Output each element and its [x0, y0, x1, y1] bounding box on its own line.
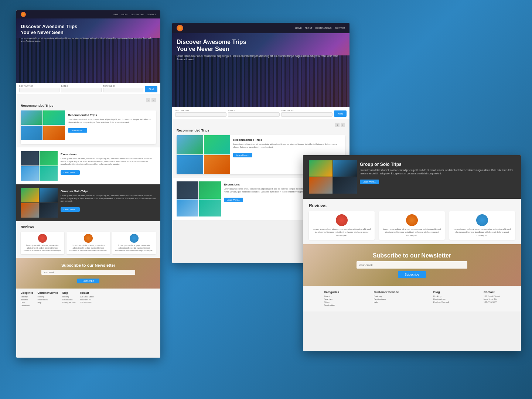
small-nav: HOME ABOUT DESTINATIONS CONTACT: [16, 10, 160, 18]
small-dates-input[interactable]: [61, 88, 101, 92]
large-review-1: Lorem ipsum dolor at amet, consectetur a…: [309, 211, 375, 240]
small-nav-links: HOME ABOUT DESTINATIONS CONTACT: [113, 13, 156, 16]
small-travelers-input[interactable]: [103, 88, 143, 92]
med-rec-learn-more[interactable]: Learn More...: [233, 153, 252, 157]
small-grp-img-3: [21, 203, 39, 218]
med-nav: HOME ABOUT DESTINATIONS CONTACT: [172, 23, 349, 33]
med-recommended-title: Recommended Trips: [177, 129, 345, 132]
small-exc-learn-more[interactable]: Learn More...: [61, 170, 80, 175]
med-dates-input[interactable]: [228, 112, 279, 117]
small-nav-home[interactable]: HOME: [113, 13, 118, 16]
small-hero: Discover Awesome Trips You've Never Seen…: [16, 18, 160, 83]
large-footer-blog: Blog Booking Destinations Finding Yourse…: [433, 290, 449, 307]
med-nav-about[interactable]: ABOUT: [305, 27, 313, 29]
small-footer-service: Customer Service Booking Destinations He…: [38, 291, 58, 307]
small-exc-img-1: [21, 151, 39, 166]
small-grp-learn-more[interactable]: Learn More...: [61, 207, 80, 212]
large-reviews: Reviews Lorem ipsum dolor at amet, conse…: [303, 199, 521, 244]
small-recommended-title: Recommended Trips: [21, 104, 156, 108]
mockup-large: Group or Solo Trips Lorem ipsum dolor si…: [303, 155, 521, 351]
large-newsletter: Subscribe to our Newsletter Subscribe: [303, 244, 521, 286]
small-nav-contact[interactable]: CONTACT: [147, 13, 156, 16]
small-rec-img-1: [21, 110, 42, 125]
med-nav-links: HOME ABOUT DESTINATIONS CONTACT: [295, 27, 345, 29]
large-newsletter-content: Subscribe to our Newsletter Subscribe: [311, 252, 513, 278]
small-destination-input[interactable]: [19, 88, 59, 92]
small-hero-title: Discover Awesome Trips You've Never Seen: [21, 24, 156, 35]
small-exc-img-3: [21, 166, 39, 181]
med-exc-img-3: [177, 200, 198, 217]
med-next-btn[interactable]: ›: [341, 123, 345, 127]
med-find-btn[interactable]: Find: [334, 110, 347, 117]
med-hero-subtitle: Lorem ipsum dolor amet, consectetur adip…: [177, 54, 345, 61]
small-find-btn[interactable]: Find: [145, 86, 157, 92]
small-logo: [21, 12, 26, 17]
med-exc-learn-more[interactable]: Learn More...: [224, 198, 243, 202]
med-hero-title: Discover Awesome Trips You've Never Seen: [177, 38, 345, 52]
small-grp-text: Group or Solo Trips Lorem ipsum dolor si…: [61, 188, 156, 218]
small-newsletter-input[interactable]: [41, 270, 135, 275]
small-group: Group or Solo Trips Lorem ipsum dolor si…: [16, 184, 160, 221]
med-hero: Discover Awesome Trips You've Never Seen…: [172, 33, 349, 107]
med-hero-content: Discover Awesome Trips You've Never Seen…: [172, 33, 349, 65]
small-carousel-controls: ‹ ›: [21, 98, 156, 102]
med-exc-img-1: [177, 181, 198, 199]
small-newsletter-content: Subscribe to our Newsletter Subscribe: [21, 263, 155, 283]
small-rec-learn-more[interactable]: Learn More...: [68, 128, 87, 133]
small-rec-text: Recommended Trips Lorem ipsum dolor sit …: [65, 110, 156, 144]
large-footer-cols: Categories Roadtrip Beaches Cities Desti…: [309, 290, 515, 307]
small-travelers-field: TRAVELERS: [103, 85, 143, 92]
small-review-1: Lorem ipsum dolor at amet, consectetur a…: [21, 232, 64, 254]
large-group: Group or Solo Trips Lorem ipsum dolor si…: [303, 155, 521, 199]
med-nav-contact[interactable]: CONTACT: [334, 27, 345, 29]
large-newsletter-input[interactable]: [357, 261, 467, 269]
small-review-3: Lorem ipsum dolor at grup, consectetur a…: [112, 232, 156, 254]
small-footer: Categories Roadtrip Beaches Cities Desti…: [16, 289, 160, 310]
small-next-btn[interactable]: ›: [151, 98, 156, 102]
small-exc-img-4: [40, 166, 58, 181]
small-newsletter-btn[interactable]: Subscribe: [77, 279, 99, 283]
small-hero-subtitle: Lorem ipsum dolor amet, consectetur adip…: [21, 37, 156, 42]
large-grp-learn-more[interactable]: Learn More...: [360, 180, 379, 184]
med-rec-img-2: [204, 135, 231, 154]
med-travelers-input[interactable]: [281, 112, 332, 117]
med-carousel-controls: ‹ ›: [177, 123, 345, 127]
med-nav-home[interactable]: HOME: [295, 27, 302, 29]
small-excursions: Excursions Lorem ipsum dolor sit amet, c…: [16, 147, 160, 184]
med-destination-input[interactable]: [175, 112, 226, 117]
med-rec-img-3: [177, 155, 203, 174]
small-exc-img-2: [40, 151, 58, 166]
med-logo: [177, 25, 183, 31]
large-avatar-3: [476, 214, 488, 226]
small-avatar-2: [84, 234, 93, 243]
large-newsletter-btn[interactable]: Subscribe: [398, 271, 426, 278]
canvas: HOME ABOUT DESTINATIONS CONTACT Discover…: [0, 0, 532, 399]
med-rec-images: [177, 135, 230, 174]
large-review-2: Lorem ipsum dolor sit amet, consectetur …: [379, 211, 445, 240]
small-grp-img-1: [21, 188, 39, 202]
med-nav-destinations[interactable]: DESTINATIONS: [316, 27, 332, 29]
small-footer-cols: Categories Roadtrip Beaches Cities Desti…: [21, 291, 156, 307]
large-grp-img-4: [333, 177, 357, 194]
med-exc-img-4: [199, 200, 221, 217]
small-grp-img-2: [40, 188, 58, 202]
small-footer-blog: Blog Booking Destinations Finding Yourse…: [62, 291, 76, 307]
small-avatar-1: [38, 234, 47, 243]
med-dates-field: DATES: [228, 109, 279, 117]
mockup-small: HOME ABOUT DESTINATIONS CONTACT Discover…: [16, 10, 160, 358]
med-prev-btn[interactable]: ‹: [335, 123, 340, 127]
med-search-bar: DESTINATION DATES TRAVELERS Find: [172, 107, 349, 119]
small-nav-about[interactable]: ABOUT: [121, 13, 127, 16]
small-rec-img-4: [43, 126, 65, 140]
small-review-2: Lorem ipsum dolor sit amet, consectetur …: [66, 232, 110, 254]
large-grp-images: [309, 160, 357, 194]
small-grp-images: [21, 188, 58, 218]
small-hero-content: Discover Awesome Trips You've Never Seen…: [16, 18, 160, 47]
small-nav-destinations[interactable]: DESTINATIONS: [131, 13, 144, 16]
small-prev-btn[interactable]: ‹: [146, 98, 150, 102]
small-reviews: Reviews Lorem ipsum dolor at amet, conse…: [16, 221, 160, 258]
med-rec-img-1: [177, 135, 203, 154]
large-footer: Categories Roadtrip Beaches Cities Desti…: [303, 286, 521, 311]
med-destination-field: DESTINATION: [175, 109, 226, 117]
small-rec-img-2: [43, 110, 65, 125]
